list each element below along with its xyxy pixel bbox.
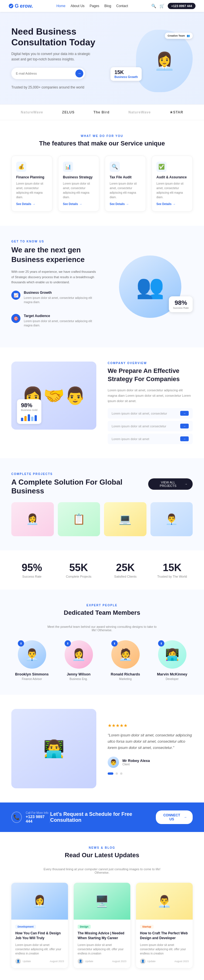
strategy-desc: Lorem ipsum dolor sit amet, consectetur …	[108, 388, 193, 404]
blog-section: NEWS & BLOG Read Our Latest Updates Ever…	[0, 832, 204, 980]
bar-1	[24, 416, 27, 421]
logo[interactable]: Gerow.	[8, 3, 33, 9]
blog-img-1: 🖥️	[74, 883, 130, 920]
share-icon-2[interactable]: ⬆	[111, 640, 118, 646]
blog-author-2: 👤 Update	[140, 958, 155, 964]
team-grid: ⬆ 👨‍💼 Brooklyn Simmons Finance Advisor ⬆…	[11, 640, 193, 681]
brand-0: NatureWave	[21, 110, 43, 114]
blog-title: Read Our Latest Updates	[11, 851, 193, 859]
testimonial-quote: "Lorem ipsum dolor sit amet, consectetur…	[108, 732, 193, 751]
team-card-0: ⬆ 👨‍💼 Brooklyn Simmons Finance Advisor	[11, 640, 52, 681]
hero-visual: Creative Team 👥 👩‍💼 15K Business Growth	[102, 30, 193, 92]
dot-0[interactable]	[108, 772, 113, 775]
team-tag: EXPERT PEOPLE	[11, 604, 193, 607]
share-icon-3[interactable]: ⬆	[158, 640, 164, 646]
finance-icon: 💰	[16, 162, 26, 172]
bar-chart	[21, 413, 37, 421]
about-item-desc-0: Lorem ipsum dolor sit amet, consectetur …	[24, 296, 96, 304]
feature-link-1[interactable]: See Details →	[63, 202, 94, 205]
about-section: GET TO KNOW US We are the next gen Busin…	[0, 226, 204, 347]
blog-content-0: Development How You Can Find & Design Jo…	[11, 920, 68, 968]
features-tag: WHAT WE DO FOR YOU	[11, 134, 193, 138]
feature-title-1: Business Strategy	[63, 175, 94, 179]
nav-home[interactable]: Home	[56, 4, 65, 8]
strategy-icon: 📊	[63, 162, 73, 172]
testimonial-content: ★★★★★ "Lorem ipsum dolor sit amet, conse…	[108, 723, 193, 775]
stat-2: 25K Satisfied Clients	[105, 562, 146, 578]
feature-link-0[interactable]: See Details →	[16, 202, 47, 205]
team-name-0: Brooklyn Simmons	[11, 672, 52, 676]
blog-meta-2: 👤 Update August 2023	[140, 958, 189, 964]
strategy-btn-1[interactable]: →	[180, 424, 189, 428]
features-section: WHAT WE DO FOR YOU The features that mak…	[0, 120, 204, 226]
nav-phone: +123 8997 444	[168, 3, 196, 9]
cta-text: Let's Request a Schedule for Free Consul…	[50, 811, 156, 823]
blog-tag-2: Startup	[140, 925, 153, 929]
hero-section: Need Business Consultation Today Digital…	[0, 12, 204, 104]
team-name-1: Jenny Wilson	[58, 672, 99, 676]
cart-icon[interactable]: 🛒	[160, 4, 164, 8]
project-card-1: 📋	[58, 502, 100, 536]
strategy-btn-0[interactable]: →	[180, 411, 189, 416]
brand-2: The Bird	[93, 110, 110, 114]
nav-about[interactable]: About Us	[71, 4, 84, 8]
reviewer-avatar: 👨	[108, 757, 119, 768]
team-role-2: Marketing	[105, 678, 146, 681]
avatar-1: ⬆ 👩‍💼	[65, 640, 93, 669]
team-role-3: Developer	[152, 678, 193, 681]
testimonial-image: 👨‍💻	[11, 709, 96, 788]
feature-link-3[interactable]: See Details →	[157, 202, 188, 205]
hero-subtitle: Digital helps you to convert your data i…	[11, 51, 91, 62]
phone-icon: 📞	[11, 811, 22, 823]
strategy-input-0: Lorem ipsum dolor sit amet, consectetur …	[108, 408, 193, 418]
hero-submit-button[interactable]: →	[75, 70, 83, 77]
hero-email-input[interactable]	[16, 72, 75, 75]
blog-img-2: 👨‍💼	[136, 883, 193, 920]
strategy-content: COMPANY OVERVIEW We Prepare An Effective…	[108, 361, 193, 444]
share-icon-1[interactable]: ⬆	[65, 640, 71, 646]
about-visual: 👥 📌 98% Success Rate	[108, 256, 193, 318]
about-item-1: 🎯 Target Audience Lorem ipsum dolor sit …	[11, 314, 96, 333]
strategy-input-1: Lorem ipsum dolor sit amet consectetur →	[108, 421, 193, 431]
business-growth-icon: 📈	[11, 291, 21, 300]
blog-author-avatar-2: 👤	[140, 958, 145, 964]
reviewer-name: Mr Robey Alexa	[122, 759, 150, 763]
about-title: We are the next gen Business experience	[11, 245, 96, 264]
blog-post-desc-2: Lorem ipsum dolor sit amet consectetur a…	[140, 943, 189, 956]
blog-tag: NEWS & BLOG	[11, 846, 193, 849]
avatar-2: ⬆ 🧑‍💼	[111, 640, 140, 669]
about-item-desc-1: Lorem ipsum dolor sit amet, consectetur …	[24, 319, 96, 328]
blog-author-1: 👤 Update	[77, 958, 93, 964]
about-tag: GET TO KNOW US	[11, 240, 96, 243]
share-icon-0[interactable]: ⬆	[18, 640, 24, 646]
bar-3	[31, 417, 33, 422]
features-title: The features that make our Service uniqu…	[11, 140, 193, 147]
team-name-3: Marvin McKinney	[152, 672, 193, 676]
feature-link-2[interactable]: See Details →	[110, 202, 141, 205]
projects-header-text: COMPLETE PROJECTS A Complete Solution Fo…	[11, 473, 148, 495]
cta-phone-details: Call For More Info +123 9897 444	[26, 811, 50, 824]
search-icon[interactable]: 🔍	[151, 4, 156, 8]
strategy-tag: COMPANY OVERVIEW	[108, 361, 193, 365]
feature-desc-2: Lorem ipsum dolor sit amet, consectetur …	[110, 181, 141, 200]
reviewer: 👨 Mr Robey Alexa Client	[108, 757, 193, 768]
blog-tag-0: Development	[15, 925, 36, 929]
hero-image: 👩‍💼	[136, 30, 193, 92]
nav-pages[interactable]: Pages	[90, 4, 99, 8]
hero-title: Need Business Consultation Today	[11, 26, 102, 48]
nav-contact[interactable]: Contact	[116, 4, 128, 8]
nav-blog[interactable]: Blog	[104, 4, 111, 8]
blog-date-2: August 2023	[174, 960, 189, 963]
project-card-0: 👩‍💼	[11, 502, 54, 536]
projects-tag: COMPLETE PROJECTS	[11, 473, 148, 476]
blog-post-desc-0: Lorem ipsum dolor sit amet consectetur a…	[15, 943, 64, 956]
dot-1[interactable]	[115, 772, 118, 775]
view-all-projects-button[interactable]: VIEW ALL PROJECTS →	[148, 478, 193, 490]
cta-connect-button[interactable]: CONNECT US →	[156, 810, 193, 824]
hero-growth-badge: 15K Business Growth	[111, 67, 142, 81]
team-card-3: ⬆ 👩‍💻 Marvin McKinney Developer	[152, 640, 193, 681]
bar-4	[35, 415, 37, 421]
dot-2[interactable]	[120, 772, 122, 775]
strategy-btn-2[interactable]: →	[180, 436, 189, 441]
feature-desc-3: Lorem ipsum dolor sit amet, consectetur …	[157, 181, 188, 200]
